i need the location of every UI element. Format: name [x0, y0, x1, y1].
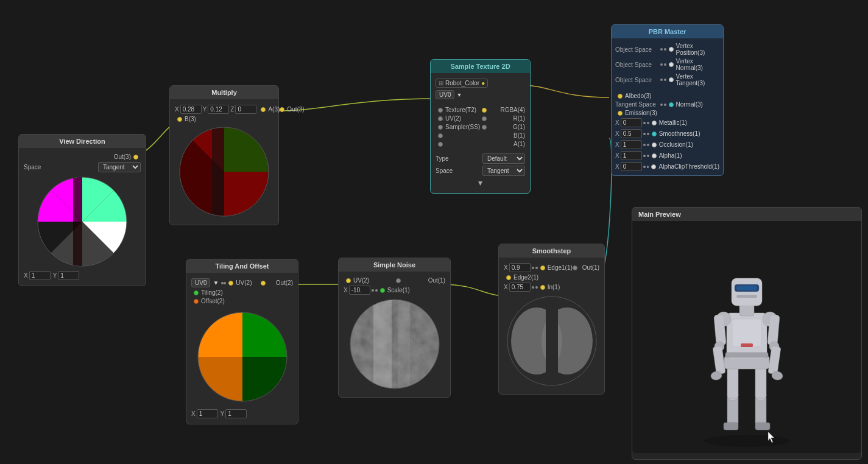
svg-point-24: [704, 435, 789, 447]
uv-badge: UV0: [436, 90, 454, 99]
sample-texture-title: Sample Texture 2D: [431, 60, 530, 73]
rgba-out-label: RGBA(4): [489, 107, 526, 113]
vtang-in-dot: [669, 77, 674, 82]
in-label: In(1): [548, 284, 599, 290]
scale-dot: [380, 288, 385, 293]
uv-in-dot: [438, 116, 443, 121]
occ-dot: [652, 142, 657, 147]
texture-in-label: Texture(T2): [445, 107, 482, 113]
uv-in-label: UV(2): [445, 115, 482, 122]
space-select[interactable]: Tangent: [482, 166, 525, 176]
robot-preview: [655, 225, 838, 450]
in-val[interactable]: [509, 283, 531, 292]
simple-noise-title: Simple Noise: [339, 258, 450, 272]
main-preview-title: Main Preview: [632, 208, 861, 221]
y-input[interactable]: [58, 271, 79, 280]
simple-noise-node: Simple Noise UV(2) Out(1) X Scale(1): [338, 258, 451, 398]
smooth-dot: [652, 132, 657, 136]
a-dot: [438, 142, 443, 147]
noise-preview: [349, 298, 440, 390]
uv-in-label: UV(2): [236, 279, 261, 286]
vnorm-in-dot: [669, 62, 674, 67]
space-label: Space: [24, 164, 98, 170]
svg-rect-3: [73, 177, 82, 266]
alpha-dot: [652, 153, 657, 158]
a-port-dot: [261, 107, 266, 112]
z-val[interactable]: [235, 105, 256, 114]
edge1-val[interactable]: [509, 263, 531, 272]
tiling-preview: [197, 308, 288, 406]
svg-rect-52: [736, 295, 757, 298]
out-label: Out(1): [580, 264, 599, 271]
svg-rect-15: [398, 298, 410, 390]
type-select[interactable]: Default: [482, 153, 525, 164]
y-val[interactable]: [208, 105, 229, 114]
smoothstep-node: Smoothstep X Edge1(1) Out(1) Edge2(1) X …: [498, 244, 605, 395]
b-port-dot: [177, 117, 182, 122]
offset-dot: [194, 299, 199, 304]
b-label: B(1): [445, 132, 525, 139]
pbr-master-node: PBR Master Object Space Vertex Position(…: [611, 24, 724, 176]
normal-dot: [669, 102, 674, 107]
out-label: Out(3): [287, 106, 304, 113]
ts-label: Tangent Space: [615, 101, 659, 108]
alpha-val[interactable]: [621, 151, 642, 160]
r-dot: [482, 116, 487, 121]
out-port-label: Out(3): [24, 153, 131, 160]
svg-rect-14: [373, 298, 392, 390]
out-label: Out(2): [268, 279, 293, 286]
svg-rect-35: [732, 319, 761, 346]
uv-badge: UV0: [191, 278, 210, 287]
occ-val[interactable]: [621, 140, 642, 149]
multiply-preview: [178, 126, 270, 217]
svg-point-13: [350, 300, 439, 388]
space-select[interactable]: Tangent World Object: [98, 162, 141, 172]
expand-icon[interactable]: ▾: [478, 178, 482, 188]
offset-label: Offset(2): [201, 298, 293, 304]
scale-val[interactable]: [349, 286, 370, 295]
b-port-label: B(3): [185, 116, 273, 122]
tiling-y[interactable]: [225, 409, 247, 418]
os3-label: Object Space: [615, 77, 659, 83]
smooth-val[interactable]: [621, 129, 642, 138]
albedo-dot: [618, 94, 623, 99]
out-port-dot: [280, 107, 284, 112]
pbr-master-title: PBR Master: [612, 25, 723, 38]
occ-label: Occlusion(1): [659, 141, 719, 148]
type-label: Type: [436, 155, 480, 162]
svg-rect-21: [546, 297, 558, 385]
uv-in-dot: [228, 281, 233, 286]
tiling-label: Tiling(2): [201, 289, 293, 296]
smoothstep-title: Smoothstep: [499, 244, 604, 258]
main-preview-panel: Main Preview: [632, 207, 862, 460]
tiling-offset-node: Tiling And Offset UV0 ▼ UV(2) Out(2) Til…: [186, 259, 298, 424]
vpos-in-dot: [669, 47, 674, 52]
alpha-label: Alpha(1): [659, 152, 719, 159]
view-direction-preview: [37, 176, 128, 267]
view-direction-title: View Direction: [19, 135, 146, 148]
b-dot: [438, 133, 443, 138]
svg-rect-51: [736, 286, 757, 290]
normal-label: Normal(3): [676, 101, 720, 108]
vnorm-label: Vertex Normal(3): [676, 58, 720, 71]
emission-dot: [618, 111, 623, 116]
tiling-x[interactable]: [197, 409, 218, 418]
g-label: G(1): [489, 124, 526, 130]
os1-label: Object Space: [615, 46, 659, 53]
emission-label: Emission(3): [625, 110, 719, 116]
svg-rect-28: [755, 423, 770, 430]
x-input[interactable]: [29, 271, 51, 280]
y-label: Y: [53, 272, 57, 279]
smoothstep-preview: [506, 295, 598, 387]
metallic-dot: [652, 121, 657, 125]
edge1-dot: [540, 265, 545, 270]
svg-rect-31: [727, 365, 738, 398]
out-dot: [396, 278, 401, 283]
svg-rect-27: [724, 423, 738, 430]
alphaclip-val[interactable]: [621, 162, 642, 171]
albedo-label: Albedo(3): [625, 93, 719, 99]
metallic-val[interactable]: [621, 118, 642, 127]
x-val[interactable]: [180, 105, 202, 114]
texture-badge: ⊞ Robot_Color ●: [436, 79, 488, 88]
tiling-offset-title: Tiling And Offset: [186, 259, 298, 273]
